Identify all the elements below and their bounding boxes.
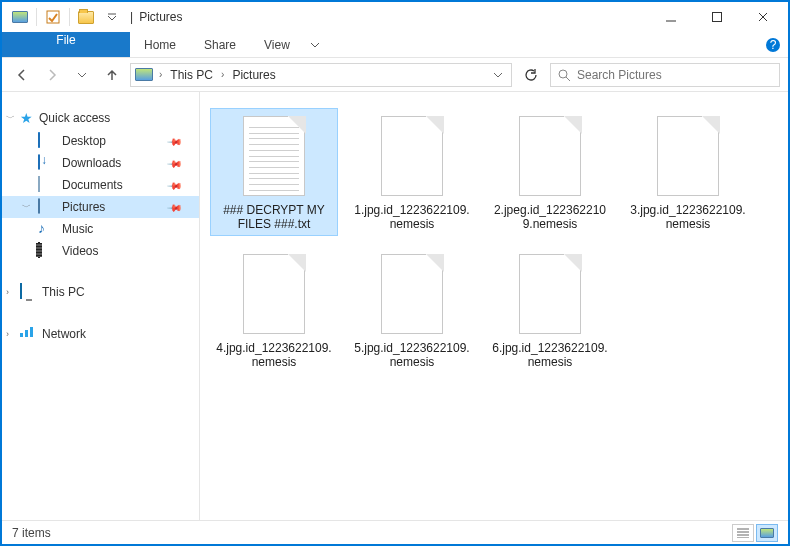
breadcrumb-this-pc[interactable]: This PC (168, 68, 215, 82)
network-icon (20, 326, 36, 342)
file-icon (515, 251, 585, 337)
file-icon (653, 113, 723, 199)
sidebar-item-label: Network (42, 327, 86, 341)
breadcrumb-chevron-icon[interactable]: › (157, 69, 164, 80)
address-bar[interactable]: › This PC › Pictures (130, 63, 512, 87)
status-bar: 7 items (2, 520, 788, 544)
status-count: 7 items (12, 526, 51, 540)
monitor-icon (20, 284, 36, 300)
qa-newfolder-icon[interactable] (74, 5, 98, 29)
music-icon: ♪ (38, 220, 45, 236)
pin-icon: 📌 (167, 199, 183, 215)
qa-properties-icon[interactable] (41, 5, 65, 29)
file-label: ### DECRYPT MY FILES ###.txt (215, 203, 333, 231)
file-icon (239, 113, 309, 199)
sidebar-item-pictures[interactable]: ﹀Pictures📌 (2, 196, 199, 218)
close-button[interactable] (740, 2, 786, 32)
down-icon (38, 154, 40, 170)
sidebar-item-label: Downloads (62, 156, 121, 170)
sidebar-item-label: This PC (42, 285, 85, 299)
svg-rect-1 (713, 13, 722, 22)
up-button[interactable] (100, 63, 124, 87)
pin-icon: 📌 (167, 177, 183, 193)
search-input[interactable] (577, 68, 773, 82)
file-icon (377, 113, 447, 199)
qa-customize-dropdown-icon[interactable] (100, 5, 124, 29)
window-title: Pictures (139, 10, 182, 24)
app-icon[interactable] (8, 5, 32, 29)
pin-icon: 📌 (167, 155, 183, 171)
minimize-button[interactable] (648, 2, 694, 32)
pin-icon: 📌 (167, 133, 183, 149)
file-label: 2.jpeg.id_1223622109.nemesis (491, 203, 609, 231)
file-label: 3.jpg.id_1223622109.nemesis (629, 203, 747, 231)
sidebar-item-documents[interactable]: Documents📌 (2, 174, 199, 196)
search-box[interactable] (550, 63, 780, 87)
sidebar-item-this-pc[interactable]: › This PC (2, 280, 199, 304)
file-item[interactable]: 1.jpg.id_1223622109.nemesis (348, 108, 476, 236)
file-item[interactable]: 2.jpeg.id_1223622109.nemesis (486, 108, 614, 236)
sidebar-item-label: Pictures (62, 200, 105, 214)
file-item[interactable]: 6.jpg.id_1223622109.nemesis (486, 246, 614, 374)
sidebar-item-label: Desktop (62, 134, 106, 148)
sidebar-item-label: Quick access (39, 111, 110, 125)
content-pane[interactable]: ### DECRYPT MY FILES ###.txt1.jpg.id_122… (200, 92, 788, 520)
forward-button[interactable] (40, 63, 64, 87)
file-icon (239, 251, 309, 337)
titlebar: | Pictures (2, 2, 788, 32)
ribbon: File Home Share View ? (2, 32, 788, 58)
back-button[interactable] (10, 63, 34, 87)
sidebar-item-label: Videos (62, 244, 98, 258)
file-label: 5.jpg.id_1223622109.nemesis (353, 341, 471, 369)
desktop-icon (38, 132, 40, 148)
breadcrumb-pictures[interactable]: Pictures (230, 68, 277, 82)
nav-row: › This PC › Pictures (2, 58, 788, 92)
refresh-button[interactable] (518, 63, 544, 87)
file-icon (515, 113, 585, 199)
titlebar-divider: | (130, 10, 133, 24)
file-icon (377, 251, 447, 337)
star-icon: ★ (20, 110, 33, 126)
maximize-button[interactable] (694, 2, 740, 32)
search-icon (557, 68, 571, 82)
video-icon (38, 242, 40, 258)
file-item[interactable]: 4.jpg.id_1223622109.nemesis (210, 246, 338, 374)
address-dropdown-icon[interactable] (489, 70, 507, 80)
sidebar-item-quick-access[interactable]: ﹀ ★ Quick access (2, 106, 199, 130)
file-item[interactable]: 5.jpg.id_1223622109.nemesis (348, 246, 476, 374)
svg-text:?: ? (770, 38, 777, 52)
tab-view[interactable]: View (250, 32, 304, 57)
sidebar-item-downloads[interactable]: Downloads📌 (2, 152, 199, 174)
sidebar-item-label: Documents (62, 178, 123, 192)
file-label: 4.jpg.id_1223622109.nemesis (215, 341, 333, 369)
view-details-button[interactable] (732, 524, 754, 542)
file-item[interactable]: 3.jpg.id_1223622109.nemesis (624, 108, 752, 236)
pic-icon (38, 198, 40, 214)
sidebar-item-videos[interactable]: Videos (2, 240, 199, 262)
svg-point-4 (559, 70, 567, 78)
location-icon (135, 68, 153, 81)
recent-locations-dropdown[interactable] (70, 63, 94, 87)
sidebar-item-music[interactable]: ♪Music (2, 218, 199, 240)
doc-icon (38, 176, 40, 192)
view-large-icons-button[interactable] (756, 524, 778, 542)
tab-home[interactable]: Home (130, 32, 190, 57)
file-item[interactable]: ### DECRYPT MY FILES ###.txt (210, 108, 338, 236)
sidebar-item-label: Music (62, 222, 93, 236)
help-icon[interactable]: ? (758, 32, 788, 57)
file-label: 6.jpg.id_1223622109.nemesis (491, 341, 609, 369)
file-label: 1.jpg.id_1223622109.nemesis (353, 203, 471, 231)
tab-share[interactable]: Share (190, 32, 250, 57)
ribbon-expand-icon[interactable] (304, 32, 326, 57)
file-menu-button[interactable]: File (2, 32, 130, 57)
sidebar-item-network[interactable]: › Network (2, 322, 199, 346)
sidebar: ﹀ ★ Quick access Desktop📌Downloads📌Docum… (2, 92, 200, 520)
breadcrumb-chevron-icon[interactable]: › (219, 69, 226, 80)
sidebar-item-desktop[interactable]: Desktop📌 (2, 130, 199, 152)
